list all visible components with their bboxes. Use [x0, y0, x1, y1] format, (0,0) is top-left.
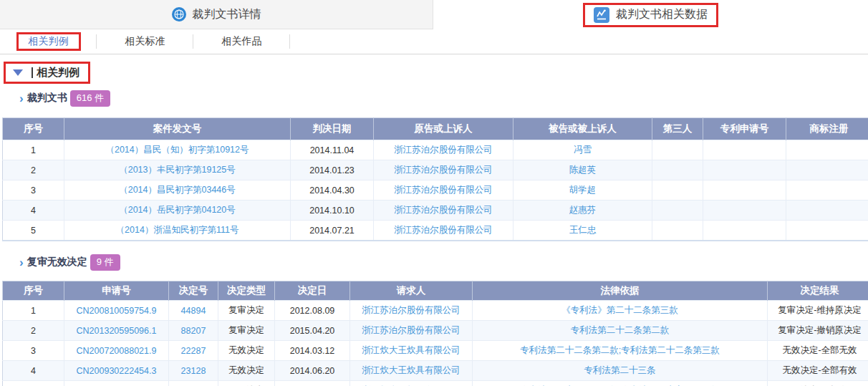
table-link-cell[interactable]: 浙江炊大王炊具有限公司	[350, 381, 473, 386]
table-link-cell[interactable]: CN201030232646.5	[64, 381, 169, 386]
table-link-cell[interactable]: 冯雪	[513, 140, 652, 160]
cell-link[interactable]: 专利法第二十二条第二款	[571, 325, 670, 335]
table-link-cell[interactable]: 胡学超	[513, 180, 652, 201]
table-cell: 2014.11.04	[291, 140, 374, 160]
table-link-cell[interactable]: 《专利法》第二十二条第三款	[473, 301, 768, 321]
column-header: 法律依据	[473, 281, 768, 301]
cell-link[interactable]: CN200930222454.3	[77, 366, 157, 376]
table-cell	[703, 201, 786, 221]
cell-link[interactable]: （2014）昌民初字第03446号	[119, 185, 236, 195]
table-link-cell[interactable]: 浙江苏泊尔股份有限公司	[350, 301, 473, 321]
cell-link[interactable]: 浙江苏泊尔股份有限公司	[394, 225, 493, 235]
table-link-cell[interactable]: CN201320595096.1	[64, 321, 169, 341]
cell-link[interactable]: 浙江苏泊尔股份有限公司	[394, 185, 493, 195]
cell-link[interactable]: CN200810059754.9	[77, 306, 157, 316]
cell-link[interactable]: CN200720088021.9	[77, 346, 157, 356]
line-chart-icon	[594, 7, 609, 23]
cell-link[interactable]: 专利法第二十三条	[584, 365, 656, 375]
table-cell	[786, 201, 868, 221]
table-link-cell[interactable]: 23128	[169, 361, 218, 381]
table-link-cell[interactable]: CN200930222454.3	[64, 361, 169, 381]
table-link-cell[interactable]: 浙江苏泊尔股份有限公司	[374, 140, 513, 160]
column-header: 案件发文号	[64, 118, 291, 140]
table-cell: 2015.04.20	[275, 321, 350, 341]
cell-link[interactable]: 胡学超	[569, 185, 597, 195]
annotation-box: 相关判例	[4, 62, 90, 84]
table-link-cell[interactable]: （2014）岳民初字第04120号	[64, 201, 291, 221]
table-link-cell[interactable]: 浙江苏泊尔股份有限公司	[374, 180, 513, 201]
table-cell	[703, 180, 786, 201]
table-cell: 复审决定-撤销原决定	[768, 321, 868, 341]
table-link-cell[interactable]: （2014）浙温知民初字第111号	[64, 221, 291, 241]
cell-link[interactable]: 44894	[181, 306, 206, 316]
chevron-right-icon[interactable]: ›	[19, 256, 24, 269]
table-link-cell[interactable]: 陈超英	[513, 160, 652, 180]
collapse-triangle-icon[interactable]	[13, 69, 23, 76]
table-link-cell[interactable]: （2014）昌民（知）初字第10912号	[64, 140, 291, 160]
cell-link[interactable]: 浙江苏泊尔股份有限公司	[394, 165, 493, 175]
column-header: 决定号	[169, 281, 218, 301]
table-link-cell[interactable]: 专利法第二十三条第一款;专利法第二十七条第二款	[473, 381, 768, 386]
chevron-right-icon[interactable]: ›	[19, 92, 24, 105]
tab-related-cases[interactable]: 相关判例	[0, 32, 97, 51]
table-link-cell[interactable]: CN200720088021.9	[64, 341, 169, 361]
table-link-cell[interactable]: 浙江炊大王炊具有限公司	[350, 361, 473, 381]
table-cell: 复审决定	[218, 301, 275, 321]
table-row: 5（2014）浙温知民初字第111号2014.07.21浙江苏泊尔股份有限公司王…	[3, 221, 868, 241]
tab-related-standards[interactable]: 相关标准	[97, 32, 193, 51]
table-link-cell[interactable]: （2014）昌民初字第03446号	[64, 180, 291, 201]
table-link-cell[interactable]: 王仁忠	[513, 221, 652, 241]
cell-link[interactable]: 浙江苏泊尔股份有限公司	[362, 325, 460, 335]
table-cell: 无效决定	[218, 361, 275, 381]
table-link-cell[interactable]: 浙江苏泊尔股份有限公司	[374, 221, 513, 241]
section-title: 相关判例	[37, 66, 79, 79]
cell-link[interactable]: 浙江炊大王炊具有限公司	[362, 345, 460, 355]
cell-link[interactable]: 浙江苏泊尔股份有限公司	[394, 205, 493, 215]
cell-link[interactable]: 陈超英	[569, 165, 597, 175]
cell-link[interactable]: 冯雪	[574, 145, 592, 155]
cell-link[interactable]: （2014）岳民初字第04120号	[119, 205, 236, 215]
tab-related-works[interactable]: 相关作品	[193, 32, 290, 51]
column-header: 第三人	[652, 118, 703, 140]
tab-related-cases-label: 相关判例	[16, 32, 81, 51]
table-link-cell[interactable]: 浙江苏泊尔股份有限公司	[350, 321, 473, 341]
tab-judgment-detail[interactable]: 裁判文书详情	[0, 0, 433, 29]
table-link-cell[interactable]: 赵惠芬	[513, 201, 652, 221]
column-header: 申请号	[64, 281, 169, 301]
table-row: 2CN201320595096.188207复审决定2015.04.20浙江苏泊…	[3, 321, 868, 341]
cell-link[interactable]: 专利法第二十二条第二款;专利法第二十二条第三款	[520, 345, 719, 355]
table-link-cell[interactable]: 44894	[169, 301, 218, 321]
cell-link[interactable]: 88207	[181, 326, 206, 336]
table-link-cell[interactable]: 88207	[169, 321, 218, 341]
table-link-cell[interactable]: 专利法第二十二条第二款;专利法第二十二条第三款	[473, 341, 768, 361]
cell-link[interactable]: （2013）丰民初字第19125号	[119, 165, 236, 175]
table-link-cell[interactable]: 浙江炊大王炊具有限公司	[350, 341, 473, 361]
cell-link[interactable]: 浙江炊大王炊具有限公司	[362, 365, 460, 375]
table-cell: 复审决定-维持原决定	[768, 301, 868, 321]
cell-link[interactable]: 王仁忠	[569, 225, 597, 235]
cell-link[interactable]: 23128	[181, 366, 206, 376]
table-link-cell[interactable]: 专利法第二十二条第二款	[473, 321, 768, 341]
cell-link[interactable]: 22287	[181, 346, 206, 356]
table-row: 4CN200930222454.323128无效决定2014.06.20浙江炊大…	[3, 361, 868, 381]
table-link-cell[interactable]: 专利法第二十三条	[473, 361, 768, 381]
table-link-cell[interactable]: （2013）丰民初字第19125号	[64, 160, 291, 180]
tab-related-data[interactable]: 裁判文书相关数据	[585, 5, 716, 25]
title-bar-divider	[32, 67, 33, 78]
table-cell: 无效决定	[218, 341, 275, 361]
column-header: 请求人	[350, 281, 473, 301]
table-cell	[703, 221, 786, 241]
cell-link[interactable]: CN201320595096.1	[77, 326, 157, 336]
table-link-cell[interactable]: 浙江苏泊尔股份有限公司	[374, 201, 513, 221]
cell-link[interactable]: 浙江苏泊尔股份有限公司	[362, 305, 460, 315]
cell-link[interactable]: 赵惠芬	[569, 205, 597, 215]
cell-link[interactable]: （2014）浙温知民初字第111号	[116, 225, 239, 235]
table-link-cell[interactable]: 22287	[169, 341, 218, 361]
table-link-cell[interactable]: CN200810059754.9	[64, 301, 169, 321]
table-link-cell[interactable]: 浙江苏泊尔股份有限公司	[374, 160, 513, 180]
cell-link[interactable]: 《专利法》第二十二条第三款	[561, 305, 678, 315]
cell-link[interactable]: 浙江苏泊尔股份有限公司	[394, 145, 493, 155]
table-cell	[786, 221, 868, 241]
cell-link[interactable]: （2014）昌民（知）初字第10912号	[105, 145, 249, 155]
table-link-cell[interactable]: 23151	[169, 381, 218, 386]
